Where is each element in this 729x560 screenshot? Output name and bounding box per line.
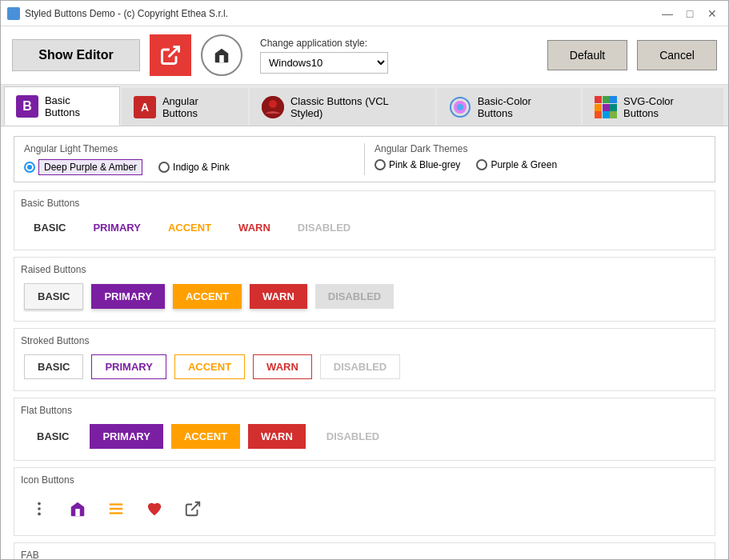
svg-point-15 <box>38 502 41 506</box>
show-editor-button[interactable]: Show Editor <box>12 39 140 71</box>
tab-bootstrap-label: Basic Buttons <box>45 94 108 118</box>
heart-icon <box>146 500 163 518</box>
home-icon-btn <box>69 500 86 518</box>
tab-angular-label: Angular Buttons <box>162 95 236 119</box>
raised-accent-button[interactable]: Accent <box>173 284 242 309</box>
tabs-bar: B Basic Buttons A Angular Buttons Classi… <box>1 85 728 126</box>
raised-disabled-button: Disabled <box>315 284 394 309</box>
basic-buttons-row: Basic Primary Accent Warn Disabled <box>21 212 708 243</box>
basic-accent-button[interactable]: Accent <box>158 217 221 238</box>
tab-svg-color-label: SVG-Color Buttons <box>623 95 711 119</box>
raised-buttons-row: Basic Primary Accent Warn Disabled <box>21 278 708 314</box>
cancel-button[interactable]: Cancel <box>637 40 717 70</box>
flat-buttons-row: Basic Primary Accent Warn Disabled <box>21 419 708 454</box>
app-icon <box>7 7 20 20</box>
icon-menu-button[interactable] <box>101 494 131 524</box>
content-area: Angular Light Themes Deep Purple & Amber… <box>1 126 728 559</box>
tab-basic-color-label: Basic-Color Buttons <box>478 95 569 119</box>
theme-deep-purple[interactable]: Deep Purple & Amber <box>24 159 142 175</box>
svg-rect-14 <box>610 111 617 118</box>
icon-home-button[interactable] <box>62 494 93 524</box>
icon-open-external-button[interactable] <box>178 494 208 524</box>
icon-buttons-section: Icon Buttons <box>14 467 715 536</box>
change-style-label: Change application style: <box>260 38 388 49</box>
light-themes-group: Angular Light Themes Deep Purple & Amber… <box>24 143 354 175</box>
flat-warn-button[interactable]: Warn <box>248 424 306 449</box>
stroked-buttons-title: Stroked Buttons <box>21 332 708 346</box>
change-style-area: Change application style: Windows10 Wind… <box>260 38 388 74</box>
icon-more-vert-button[interactable] <box>24 494 54 524</box>
theme-divider <box>364 143 365 175</box>
home-button[interactable] <box>201 34 242 76</box>
icon-buttons-title: Icon Buttons <box>21 471 708 486</box>
svg-rect-11 <box>610 104 617 111</box>
raised-primary-button[interactable]: Primary <box>91 284 164 309</box>
theme-indigo-pink-label: Indigo & Pink <box>173 162 230 173</box>
tab-bootstrap[interactable]: B Basic Buttons <box>4 86 120 126</box>
raised-warn-button[interactable]: Warn <box>250 284 307 309</box>
flat-disabled-button: Disabled <box>314 424 392 449</box>
flat-buttons-title: Flat Buttons <box>21 402 708 416</box>
flat-primary-button[interactable]: Primary <box>90 424 162 449</box>
basic-basic-button[interactable]: Basic <box>24 217 75 238</box>
svg-rect-6 <box>595 96 602 103</box>
theme-section: Angular Light Themes Deep Purple & Amber… <box>14 136 715 182</box>
stroked-warn-button[interactable]: Warn <box>253 354 312 379</box>
theme-pink-bluegrey-label: Pink & Blue-grey <box>389 159 460 170</box>
basic-color-tab-icon <box>449 96 471 118</box>
basic-warn-button[interactable]: Warn <box>229 217 280 238</box>
close-button[interactable]: ✕ <box>703 4 722 23</box>
external-link-button[interactable] <box>150 34 191 76</box>
radio-purple-green <box>476 159 487 170</box>
stroked-primary-button[interactable]: Primary <box>91 354 166 379</box>
tab-classic[interactable]: Classic Buttons (VCL Styled) <box>250 88 435 126</box>
fab-title: FAB <box>21 546 708 559</box>
classic-tab-icon <box>262 96 284 118</box>
svg-point-16 <box>38 507 41 510</box>
stroked-buttons-row: Basic Primary Accent Warn Disabled <box>21 350 708 384</box>
theme-deep-purple-label: Deep Purple & Amber <box>38 159 142 175</box>
raised-basic-button[interactable]: Basic <box>24 283 83 310</box>
maximize-button[interactable]: □ <box>680 4 699 23</box>
svg-rect-12 <box>595 111 602 118</box>
svg-line-21 <box>191 502 199 510</box>
raised-buttons-section: Raised Buttons Basic Primary Accent Warn… <box>14 257 715 322</box>
dark-themes-group: Angular Dark Themes Pink & Blue-grey Pur… <box>375 143 705 175</box>
minimize-button[interactable]: — <box>658 4 677 23</box>
svg-line-0 <box>169 47 179 58</box>
title-bar: Styled Buttons Demo - (c) Copyright Ethe… <box>1 1 728 26</box>
raised-buttons-title: Raised Buttons <box>21 261 708 275</box>
flat-accent-button[interactable]: Accent <box>171 424 240 449</box>
default-button[interactable]: Default <box>547 40 627 70</box>
stroked-accent-button[interactable]: Accent <box>174 354 245 379</box>
radio-indigo-pink <box>158 162 170 173</box>
style-select[interactable]: Windows10 Windows Flat Modern <box>260 52 388 74</box>
theme-pink-bluegrey[interactable]: Pink & Blue-grey <box>375 159 460 170</box>
basic-primary-button[interactable]: Primary <box>83 217 150 238</box>
external-link-icon <box>159 44 182 66</box>
svg-point-5 <box>457 104 463 110</box>
tab-basic-color[interactable]: Basic-Color Buttons <box>437 88 581 126</box>
basic-disabled-button: Disabled <box>288 217 360 238</box>
flat-basic-button[interactable]: Basic <box>24 424 82 449</box>
stroked-basic-button[interactable]: Basic <box>24 354 83 379</box>
basic-buttons-title: Basic Buttons <box>21 194 708 209</box>
tab-angular[interactable]: A Angular Buttons <box>122 88 248 126</box>
tab-svg-color[interactable]: SVG-Color Buttons <box>583 88 723 126</box>
flat-buttons-section: Flat Buttons Basic Primary Accent Warn D… <box>14 398 715 461</box>
light-theme-options: Deep Purple & Amber Indigo & Pink <box>24 159 354 175</box>
tab-classic-label: Classic Buttons (VCL Styled) <box>290 95 423 119</box>
dark-theme-options: Pink & Blue-grey Purple & Green <box>375 159 705 170</box>
theme-indigo-pink[interactable]: Indigo & Pink <box>158 159 230 175</box>
light-themes-title: Angular Light Themes <box>24 143 354 154</box>
icon-heart-button[interactable] <box>139 494 170 524</box>
theme-purple-green[interactable]: Purple & Green <box>476 159 557 170</box>
more-vert-icon <box>30 500 48 518</box>
angular-tab-icon: A <box>134 96 156 118</box>
basic-buttons-section: Basic Buttons Basic Primary Accent Warn … <box>14 190 715 250</box>
fab-section: FAB <box>14 542 715 559</box>
svg-rect-13 <box>603 111 610 118</box>
stroked-buttons-section: Stroked Buttons Basic Primary Accent War… <box>14 328 715 391</box>
svg-rect-9 <box>595 104 602 111</box>
main-window: Styled Buttons Demo - (c) Copyright Ethe… <box>0 0 729 560</box>
